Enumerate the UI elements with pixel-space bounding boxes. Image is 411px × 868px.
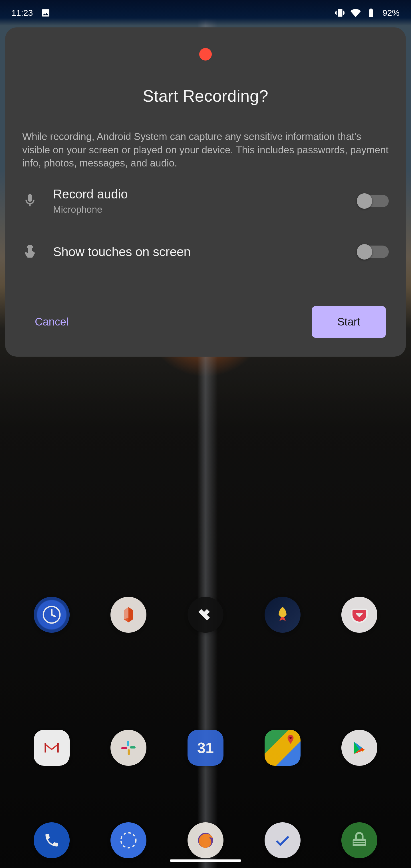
clock-app-icon[interactable] bbox=[34, 597, 70, 633]
record-dot-icon bbox=[199, 48, 212, 61]
svg-rect-4 bbox=[121, 747, 127, 749]
show-touches-toggle[interactable] bbox=[358, 246, 389, 258]
record-audio-row[interactable]: Record audio Microphone bbox=[5, 187, 406, 215]
svg-rect-8 bbox=[354, 841, 365, 842]
gesture-nav-handle[interactable] bbox=[170, 860, 241, 862]
tidal-app-icon[interactable] bbox=[188, 597, 223, 633]
status-bar: 11:23 92% bbox=[0, 0, 411, 26]
image-icon bbox=[41, 8, 51, 18]
battery-percentage: 92% bbox=[382, 8, 400, 18]
icon-row-3 bbox=[0, 822, 411, 858]
svg-point-5 bbox=[289, 737, 292, 739]
dialog-title: Start Recording? bbox=[5, 86, 406, 105]
icon-row-2: 31 bbox=[0, 730, 411, 766]
status-clock: 11:23 bbox=[11, 8, 33, 18]
record-audio-label: Record audio bbox=[53, 187, 344, 201]
record-audio-subtitle: Microphone bbox=[53, 204, 344, 215]
lock-app-icon[interactable] bbox=[341, 822, 377, 858]
svg-rect-2 bbox=[130, 746, 135, 749]
start-recording-dialog: Start Recording? While recording, Androi… bbox=[5, 27, 406, 356]
tasks-app-icon[interactable] bbox=[264, 822, 301, 858]
svg-rect-9 bbox=[354, 843, 365, 844]
phone-app-icon[interactable] bbox=[34, 822, 70, 858]
touch-icon bbox=[22, 244, 39, 260]
vibrate-icon bbox=[335, 8, 345, 18]
battery-icon bbox=[366, 8, 376, 18]
cancel-button[interactable]: Cancel bbox=[25, 311, 78, 333]
svg-point-6 bbox=[121, 833, 136, 848]
record-audio-toggle[interactable] bbox=[358, 195, 389, 207]
calendar-app-icon[interactable]: 31 bbox=[188, 730, 223, 766]
svg-rect-3 bbox=[128, 749, 130, 755]
show-touches-row[interactable]: Show touches on screen bbox=[5, 244, 406, 260]
rocket-app-icon[interactable] bbox=[264, 597, 301, 633]
show-touches-label: Show touches on screen bbox=[53, 245, 344, 259]
office-app-icon[interactable] bbox=[110, 597, 147, 633]
pocket-app-icon[interactable] bbox=[341, 597, 377, 633]
dialog-body-text: While recording, Android System can capt… bbox=[5, 130, 406, 170]
slack-app-icon[interactable] bbox=[110, 730, 147, 766]
svg-rect-1 bbox=[127, 741, 129, 746]
gmail-app-icon[interactable] bbox=[34, 730, 70, 766]
icon-row-1 bbox=[0, 597, 411, 633]
wifi-icon bbox=[350, 8, 361, 18]
mic-icon bbox=[22, 193, 39, 209]
maps-app-icon[interactable] bbox=[264, 730, 301, 766]
start-button[interactable]: Start bbox=[312, 306, 386, 338]
firefox-app-icon[interactable] bbox=[188, 822, 223, 858]
signal-app-icon[interactable] bbox=[110, 822, 147, 858]
dialog-actions: Cancel Start bbox=[5, 289, 406, 356]
play-store-app-icon[interactable] bbox=[341, 730, 377, 766]
